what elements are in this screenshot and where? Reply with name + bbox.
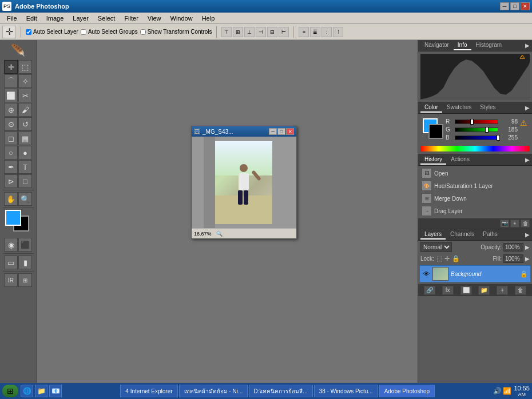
select-tool-button[interactable]: ⬚ [18,60,32,74]
doc-info-icon[interactable]: 🔍 [216,231,223,237]
doc-close-button[interactable]: ✕ [286,128,294,135]
move-tool-button[interactable]: ✛ [4,60,18,74]
burn-tool-button[interactable]: ● [18,146,32,159]
new-group-button[interactable]: 📁 [478,286,490,295]
history-brush-button[interactable]: ↺ [18,117,32,131]
blend-mode-select[interactable]: Normal [420,242,452,252]
history-panel-tabs[interactable]: History Actions [420,155,474,165]
foreground-color[interactable] [5,210,21,226]
history-delete-button[interactable]: 🗑 [521,220,530,228]
start-button[interactable]: ⊞ [2,385,18,397]
dist-left-icon[interactable]: ≣ [310,27,320,37]
dist-top-icon[interactable]: ≡ [299,27,309,37]
history-new-button[interactable]: + [510,220,519,228]
b-slider-track[interactable] [455,135,498,140]
quick-mask-button[interactable]: ⬛ [18,238,32,252]
new-layer-button[interactable]: + [497,286,508,295]
history-item-hue[interactable]: 🎨 Hue/Saturation 1 Layer [419,179,531,192]
panel3-arrow[interactable]: ▶ [525,157,530,163]
mail-icon[interactable]: 📧 [49,385,62,397]
minimize-button[interactable]: ─ [500,2,509,10]
opacity-input[interactable] [503,243,523,252]
history-item-drag[interactable]: → Drag Layer [419,205,531,217]
text-tool-button[interactable]: T [18,160,32,174]
tab-layers[interactable]: Layers [420,230,446,240]
doc-maximize-button[interactable]: □ [277,128,285,135]
menu-image[interactable]: Image [42,14,69,23]
history-snapshot-button[interactable]: 📷 [500,220,509,228]
move-tool-icon[interactable]: ✛ [2,26,16,38]
crop-tool-button[interactable]: ⬜ [4,89,18,102]
show-transform-checkbox[interactable] [140,29,146,35]
align-left-icon[interactable]: ⊣ [256,27,266,37]
selection-path-button[interactable]: ⊳ [4,174,18,188]
taskbar-picviewer[interactable]: 38 - Windows Pictu... [314,385,378,397]
taskbar-photoshop[interactable]: Adobe Photoshop [379,385,435,397]
menu-view[interactable]: View [143,14,166,23]
tab-color[interactable]: Color [420,103,442,113]
tab-styles[interactable]: Styles [476,103,499,113]
magic-wand-button[interactable]: ✧ [18,74,32,88]
clone-tool-button[interactable]: ⊙ [4,117,18,131]
tab-info[interactable]: Info [454,41,471,50]
r-slider-thumb[interactable] [470,119,474,125]
title-bar-controls[interactable]: ─ □ ✕ [500,2,530,10]
menu-filter[interactable]: Filter [120,14,142,23]
add-style-button[interactable]: fx [442,286,454,295]
jump-to-imageready-button[interactable]: IR [4,273,18,287]
layer-visibility-icon[interactable]: 👁 [422,270,430,278]
path-tool-button[interactable]: ✒ [4,160,18,174]
lock-pixels-icon[interactable]: ⬚ [436,255,442,262]
standard-mode-button[interactable]: ◉ [4,238,18,252]
menu-edit[interactable]: Edit [22,14,42,23]
fill-arrow[interactable]: ▶ [525,256,530,262]
dodge-tool-button[interactable]: ○ [4,146,18,159]
tab-histogram[interactable]: Histogram [472,41,506,50]
folder-icon[interactable]: 📁 [35,385,47,397]
align-hcenter-icon[interactable]: ⊟ [267,27,277,37]
maximize-button[interactable]: □ [510,2,519,10]
slice-tool-button[interactable]: ✂ [18,89,32,102]
taskbar-thai1[interactable]: เทคนิคผ้ามัดย้อม - Ni... [179,385,248,397]
taskbar-thai2[interactable]: D:\เทคนิคการย้อมสี... [249,385,313,397]
b-slider-thumb[interactable] [497,135,500,141]
add-mask-button[interactable]: ⬜ [460,286,472,295]
r-slider-track[interactable] [455,119,498,124]
link-layers-button[interactable]: 🔗 [424,286,435,295]
opacity-arrow[interactable]: ▶ [525,244,530,250]
color-panel-tabs[interactable]: Color Swatches Styles [420,103,500,113]
brush-tool-button[interactable]: 🖌 [18,103,32,117]
align-right-icon[interactable]: ⊢ [279,27,289,37]
tab-channels[interactable]: Channels [446,230,478,240]
g-slider-track[interactable] [455,127,498,132]
menu-help[interactable]: Help [197,14,220,23]
menu-select[interactable]: Select [93,14,120,23]
history-item-open[interactable]: 🖼 Open [419,167,531,179]
menu-layer[interactable]: Layer [68,14,93,23]
menu-file[interactable]: File [2,14,22,23]
history-item-merge[interactable]: ⊞ Merge Down [419,192,531,205]
tab-history[interactable]: History [420,155,446,165]
delete-layer-button[interactable]: 🗑 [515,286,526,295]
hand-tool-button[interactable]: ✋ [4,192,18,206]
nav-panel-tabs[interactable]: Navigator Info Histogram [420,41,506,50]
document-window[interactable]: 🖼 _MG_S43... ─ □ ✕ [191,126,297,239]
doc-minimize-button[interactable]: ─ [269,128,277,135]
lock-all-icon[interactable]: 🔒 [452,255,460,262]
tab-actions[interactable]: Actions [447,155,474,165]
fill-input[interactable] [503,254,523,263]
align-vcenter-icon[interactable]: ⊞ [233,27,243,37]
doc-controls[interactable]: ─ □ ✕ [269,128,294,135]
tab-paths[interactable]: Paths [479,230,502,240]
layer-background[interactable]: 👁 Background 🔒 [419,265,531,282]
auto-select-groups-checkbox[interactable] [81,29,86,35]
panel4-arrow[interactable]: ▶ [525,232,530,238]
tab-navigator[interactable]: Navigator [420,41,453,50]
panel1-arrow[interactable]: ▶ [525,42,530,49]
bg-color-swatch[interactable] [428,124,443,139]
auto-select-layer-checkbox[interactable] [26,29,31,35]
close-button[interactable]: ✕ [521,2,530,10]
dist-bottom-icon[interactable]: ⁝ [333,27,343,37]
taskbar-ie[interactable]: 4 Internet Explorer [120,385,177,397]
screen-mode-button[interactable]: ▭ [4,256,18,269]
